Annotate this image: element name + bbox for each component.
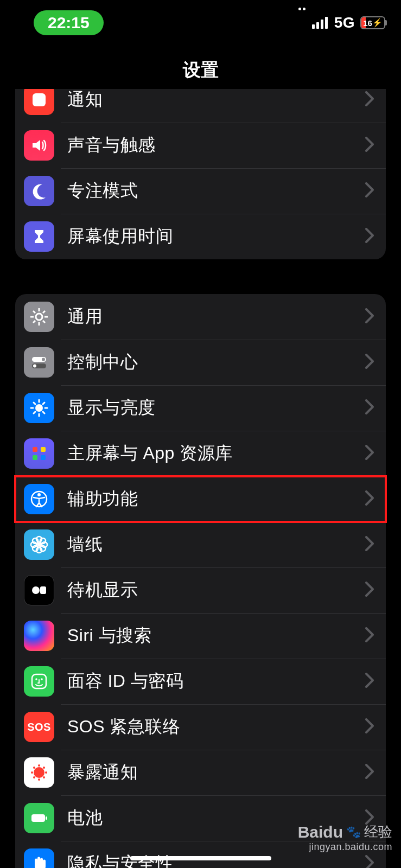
siri-icon	[24, 621, 54, 651]
settings-row-label: 通用	[67, 305, 353, 329]
standby-icon	[24, 575, 54, 605]
paw-icon: 🐾	[346, 825, 361, 839]
notifications-icon	[24, 89, 54, 115]
settings-row-label: 辅助功能	[67, 487, 353, 511]
settings-row-speaker[interactable]: 声音与触感	[15, 123, 386, 168]
sos-icon: SOS	[24, 712, 54, 742]
hand-icon	[24, 848, 54, 868]
battery-percent: 16	[363, 18, 372, 28]
settings-row-label: 通知	[67, 89, 353, 112]
chevron-right-icon	[353, 490, 386, 508]
watermark-brand: Baidu	[298, 823, 343, 841]
settings-row-label: 主屏幕与 App 资源库	[67, 442, 353, 465]
settings-row-accessibility[interactable]: 辅助功能	[15, 476, 386, 522]
settings-row-label: 显示与亮度	[67, 396, 353, 420]
status-right: 5G 16⚡	[298, 14, 387, 31]
flower-icon	[24, 529, 54, 560]
chevron-right-icon	[353, 91, 386, 108]
exposure-icon	[24, 757, 54, 788]
settings-row-label: 声音与触感	[67, 133, 353, 157]
chevron-right-icon	[353, 582, 386, 599]
settings-row-brightness[interactable]: 显示与亮度	[15, 385, 386, 431]
brightness-icon	[24, 393, 54, 423]
faceid-icon	[24, 666, 54, 697]
accessibility-icon	[24, 484, 54, 514]
hourglass-icon	[24, 221, 54, 252]
settings-row-standby[interactable]: 待机显示	[15, 567, 386, 613]
chevron-right-icon	[353, 627, 386, 644]
settings-row-label: Siri 与搜索	[67, 624, 353, 648]
speaker-icon	[24, 130, 54, 161]
settings-row-label: 专注模式	[67, 179, 353, 203]
status-time-pill: 22:15	[34, 10, 104, 35]
nav-bar: 设置	[0, 51, 401, 89]
chevron-right-icon	[353, 182, 386, 200]
moon-icon	[24, 176, 54, 206]
settings-row-label: 控制中心	[67, 350, 353, 374]
watermark-suffix: 经验	[364, 822, 392, 841]
chevron-right-icon	[353, 445, 386, 462]
chevron-right-icon	[353, 536, 386, 553]
settings-scroll[interactable]: 通知声音与触感专注模式屏幕使用时间 通用控制中心显示与亮度主屏幕与 App 资源…	[0, 89, 401, 868]
settings-row-faceid[interactable]: 面容 ID 与密码	[15, 659, 386, 704]
battery-icon	[24, 803, 54, 833]
network-type: 5G	[334, 14, 355, 31]
settings-row-exposure[interactable]: 暴露通知	[15, 750, 386, 795]
settings-row-label: 墙纸	[67, 533, 353, 557]
chevron-right-icon	[353, 399, 386, 417]
watermark-url: jingyan.baidu.com	[298, 841, 392, 853]
settings-row-label: 暴露通知	[67, 761, 353, 784]
chevron-right-icon	[353, 308, 386, 326]
chevron-right-icon	[353, 855, 386, 868]
settings-row-toggles[interactable]: 控制中心	[15, 340, 386, 385]
settings-row-label: 面容 ID 与密码	[67, 669, 353, 693]
chevron-right-icon	[353, 228, 386, 245]
settings-row-sos[interactable]: SOSSOS 紧急联络	[15, 704, 386, 750]
watermark: Baidu🐾经验 jingyan.baidu.com	[298, 822, 392, 853]
settings-row-siri[interactable]: Siri 与搜索	[15, 613, 386, 659]
status-bar: 22:15 5G 16⚡	[0, 0, 401, 46]
settings-row-flower[interactable]: 墙纸	[15, 522, 386, 567]
charging-icon: ⚡	[372, 18, 383, 28]
settings-row-label: 屏幕使用时间	[67, 225, 353, 248]
settings-row-moon[interactable]: 专注模式	[15, 168, 386, 214]
signal-bars-icon	[312, 17, 328, 29]
settings-row-grid[interactable]: 主屏幕与 App 资源库	[15, 431, 386, 476]
grid-icon	[24, 438, 54, 469]
settings-row-notifications[interactable]: 通知	[15, 89, 386, 123]
settings-row-gear[interactable]: 通用	[15, 294, 386, 340]
home-indicator[interactable]	[130, 856, 271, 860]
chevron-right-icon	[353, 137, 386, 154]
battery-indicator: 16⚡	[360, 16, 387, 29]
page-title: 设置	[183, 58, 219, 82]
settings-row-label: 待机显示	[67, 578, 353, 602]
chevron-right-icon	[353, 673, 386, 690]
signal-dots-icon	[298, 8, 305, 10]
toggles-icon	[24, 347, 54, 378]
chevron-right-icon	[353, 718, 386, 736]
settings-group-general: 通用控制中心显示与亮度主屏幕与 App 资源库辅助功能墙纸待机显示Siri 与搜…	[15, 294, 386, 868]
settings-row-label: SOS 紧急联络	[67, 715, 353, 739]
gear-icon	[24, 302, 54, 332]
chevron-right-icon	[353, 764, 386, 781]
settings-group-notifications: 通知声音与触感专注模式屏幕使用时间	[15, 89, 386, 259]
chevron-right-icon	[353, 354, 386, 371]
settings-row-hourglass[interactable]: 屏幕使用时间	[15, 214, 386, 259]
